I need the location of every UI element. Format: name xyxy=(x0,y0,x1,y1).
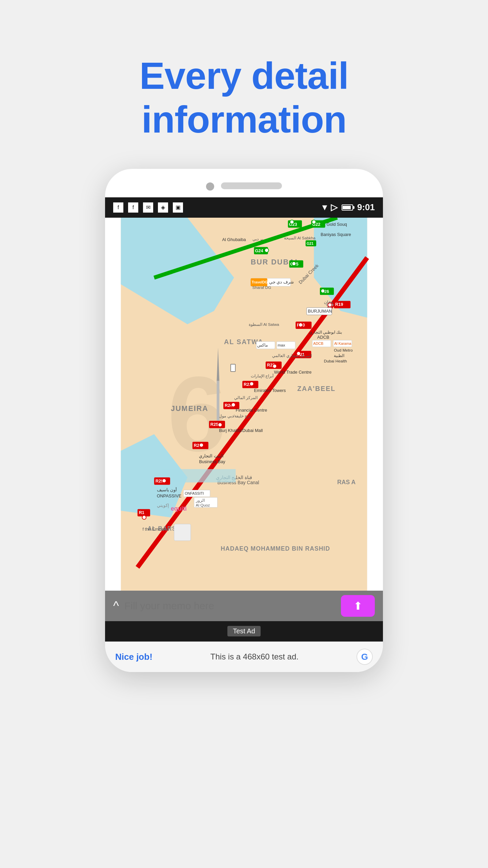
status-right: ▾ ▷ 9:01 xyxy=(322,202,375,213)
svg-text:Emirates Towers: Emirates Towers xyxy=(254,388,286,393)
svg-text:Dubai Health: Dubai Health xyxy=(324,359,347,363)
phone-camera xyxy=(206,182,214,191)
svg-text:Al Karama: Al Karama xyxy=(334,341,351,346)
svg-text:R19: R19 xyxy=(335,302,343,307)
phone-mockup: f f ✉ ◈ ▣ ▾ ▷ 9:01 xyxy=(105,169,383,672)
svg-text:ماكس: ماكس xyxy=(257,343,268,348)
svg-text:شرف دي جي: شرف دي جي xyxy=(269,279,294,285)
svg-text:أبراج الإمارات: أبراج الإمارات xyxy=(251,373,273,379)
svg-text:السطوة Al Satwa: السطوة Al Satwa xyxy=(249,322,279,327)
svg-text:R25: R25 xyxy=(210,421,218,427)
svg-text:G24: G24 xyxy=(255,248,263,253)
svg-text:بنك ابوظبي التجاري: بنك ابوظبي التجاري xyxy=(309,330,342,334)
svg-text:Baniyas Square: Baniyas Square xyxy=(321,232,351,237)
svg-text:البيت التجاري: البيت التجاري xyxy=(199,453,224,459)
share-icon: ⬆ xyxy=(353,599,363,612)
svg-point-114 xyxy=(265,248,269,252)
svg-text:Gold Souq: Gold Souq xyxy=(327,221,347,226)
svg-text:المركز التجاري العالمي: المركز التجاري العالمي xyxy=(272,353,312,358)
ad-strip[interactable]: Nice job! This is a 468x60 test ad. G xyxy=(105,642,383,672)
img-icon: ▣ xyxy=(173,202,183,213)
svg-point-102 xyxy=(328,303,332,307)
map-area[interactable]: BUR DUBAI AL SATWA JUMEIRA ZAA'BEEL AL B… xyxy=(105,218,383,591)
svg-text:بر دبي: بر دبي xyxy=(252,236,263,241)
notification-icons: f f ✉ ◈ ▣ xyxy=(113,202,183,213)
battery-icon xyxy=(342,204,353,211)
svg-text:Sharaf DG: Sharaf DG xyxy=(252,285,271,290)
page-title: Every detail information xyxy=(140,54,349,142)
svg-point-115 xyxy=(292,261,296,265)
ad-bar: Test Ad xyxy=(105,621,383,642)
svg-point-108 xyxy=(218,423,222,427)
svg-text:BURJUMAN: BURJUMAN xyxy=(308,309,332,314)
svg-text:ADCB: ADCB xyxy=(313,341,323,346)
svg-point-105 xyxy=(272,364,277,368)
svg-text:equiti: equiti xyxy=(171,505,187,512)
svg-rect-85 xyxy=(162,469,236,482)
svg-text:Burj Khalifa/Dubai Mall: Burj Khalifa/Dubai Mall xyxy=(219,428,263,433)
memo-input[interactable] xyxy=(124,600,336,612)
svg-text:ADCB: ADCB xyxy=(317,334,329,339)
svg-text:ONPASSIVE: ONPASSIVE xyxy=(157,493,182,498)
map-icon: ◈ xyxy=(158,202,168,213)
fb-icon-1: f xyxy=(113,202,123,213)
status-bar: f f ✉ ◈ ▣ ▾ ▷ 9:01 xyxy=(105,197,383,218)
svg-rect-100 xyxy=(174,524,191,540)
svg-text:Oud Metro: Oud Metro xyxy=(334,348,353,352)
svg-text:HADAEQ MOHAMMED BIN RASHID: HADAEQ MOHAMMED BIN RASHID xyxy=(221,545,330,552)
ad-description: This is a 468x60 test ad. xyxy=(210,652,299,662)
status-time: 9:01 xyxy=(357,202,375,213)
svg-point-104 xyxy=(297,351,301,355)
fb-icon-2: f xyxy=(128,202,138,213)
svg-text:Al Ghubaiba: Al Ghubaiba xyxy=(222,237,246,242)
svg-point-112 xyxy=(312,220,316,224)
share-button[interactable]: ⬆ xyxy=(341,595,375,617)
svg-text:R1: R1 xyxy=(139,510,144,515)
svg-text:برج خليفة/دبي مول: برج خليفة/دبي مول xyxy=(219,414,251,418)
svg-text:السيحة Al Sabkha: السيحة Al Sabkha xyxy=(284,235,316,240)
google-icon: G xyxy=(357,649,373,665)
svg-text:G21: G21 xyxy=(307,241,313,245)
svg-text:Al Quoz: Al Quoz xyxy=(196,502,210,507)
svg-rect-77 xyxy=(217,381,219,421)
phone-top-notch xyxy=(133,182,355,191)
svg-point-106 xyxy=(250,382,254,386)
msg-icon: ✉ xyxy=(143,202,153,213)
svg-text:الطبية: الطبية xyxy=(334,353,344,357)
bottom-bar[interactable]: ^ ⬆ xyxy=(105,591,383,621)
signal-icon: ▷ xyxy=(331,202,338,213)
wifi-icon: ▾ xyxy=(322,202,327,213)
ad-label: Test Ad xyxy=(227,626,261,636)
svg-point-103 xyxy=(299,323,303,327)
svg-point-113 xyxy=(290,220,294,224)
chevron-up-icon[interactable]: ^ xyxy=(113,599,119,613)
svg-text:RAS A: RAS A xyxy=(337,478,356,485)
svg-text:إكويتي: إكويتي xyxy=(157,502,169,508)
svg-point-110 xyxy=(162,479,166,483)
svg-text:ONFASSITI: ONFASSITI xyxy=(185,491,204,495)
svg-text:TravelDG: TravelDG xyxy=(252,280,268,284)
svg-text:f the Emirates: f the Emirates xyxy=(142,527,169,532)
svg-text:Business Bay: Business Bay xyxy=(199,459,225,464)
svg-text:Financial Centre: Financial Centre xyxy=(236,407,267,412)
map-svg[interactable]: BUR DUBAI AL SATWA JUMEIRA ZAA'BEEL AL B… xyxy=(105,218,383,591)
svg-text:max: max xyxy=(278,343,285,347)
svg-point-111 xyxy=(142,515,146,519)
svg-rect-101 xyxy=(231,364,236,372)
ad-nice-job: Nice job! xyxy=(115,652,152,662)
svg-text:ZAA'BEEL: ZAA'BEEL xyxy=(297,384,336,392)
svg-text:المركز المالي: المركز المالي xyxy=(234,395,258,400)
svg-point-116 xyxy=(321,289,325,293)
svg-point-109 xyxy=(199,443,203,447)
phone-speaker xyxy=(221,182,282,189)
svg-point-107 xyxy=(231,403,236,407)
svg-text:الزور: الزور xyxy=(196,498,205,502)
svg-text:World Trade Centre: World Trade Centre xyxy=(274,369,311,374)
svg-text:أون ياسيف: أون ياسيف xyxy=(157,487,177,493)
